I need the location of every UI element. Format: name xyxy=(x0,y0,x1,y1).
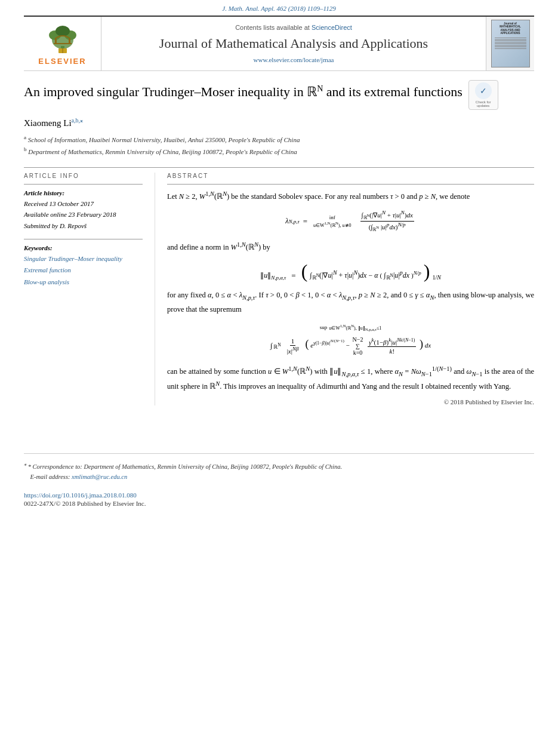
keyword-3: Blow-up analysis xyxy=(24,276,143,288)
and-text: and xyxy=(379,382,390,391)
abstract-para2: for any fixed α, 0 ≤ α < λN,p,τ. If τ > … xyxy=(167,289,534,315)
check-updates-badge[interactable]: ✓ Check for updates xyxy=(468,80,498,110)
history-label: Article history: xyxy=(24,189,143,196)
received-date: Received 13 October 2017 xyxy=(24,198,143,210)
abstract-label: ABSTRACT xyxy=(167,173,534,179)
svg-point-4 xyxy=(56,26,70,36)
info-divider-mid xyxy=(24,239,143,239)
email-link[interactable]: xmlimath@ruc.edu.cn xyxy=(72,474,127,480)
journal-main-title: Journal of Mathematical Analysis and App… xyxy=(159,36,428,51)
keywords-section: Keywords: Singular Trudinger–Moser inequ… xyxy=(24,244,143,288)
abstract-para1: Let N ≥ 2, W1,N(ℝN) be the standard Sobo… xyxy=(167,189,534,202)
svg-rect-7 xyxy=(69,39,70,44)
issn-line: 0022-247X/© 2018 Published by Elsevier I… xyxy=(24,500,534,507)
affiliations: a School of Information, Huaibei Normal … xyxy=(24,133,534,158)
author-name: Xiaomeng Lia,b,⁎ xyxy=(24,117,534,128)
sciencedirect-link[interactable]: ScienceDirect xyxy=(312,24,352,31)
article-history: Article history: Received 13 October 201… xyxy=(24,189,143,232)
affiliation-a: a School of Information, Huaibei Normal … xyxy=(24,133,534,145)
abstract-and-define: and define a norm in W1,N(ℝN) by xyxy=(167,240,534,253)
info-divider-top xyxy=(24,184,143,185)
submitted-by: Submitted by D. Repovš xyxy=(24,220,143,232)
journal-header: ELSEVIER Contents lists available at Sci… xyxy=(24,16,534,71)
available-date: Available online 23 February 2018 xyxy=(24,209,143,220)
doi-area: https://doi.org/10.1016/j.jmaa.2018.01.0… xyxy=(24,491,534,499)
article-body: ARTICLE INFO Article history: Received 1… xyxy=(24,173,534,406)
abstract-column: ABSTRACT Let N ≥ 2, W1,N(ℝN) be the stan… xyxy=(155,173,534,406)
journal-reference: J. Math. Anal. Appl. 462 (2018) 1109–112… xyxy=(0,0,558,16)
journal-url[interactable]: www.elsevier.com/locate/jmaa xyxy=(254,56,334,63)
article-info-label: ARTICLE INFO xyxy=(24,173,143,179)
norm-formula: ‖u‖N,p,α,τ = ( ∫ℝN(|∇u|N + τ|u|N)dx − α … xyxy=(167,262,534,281)
journal-title-area: Contents lists available at ScienceDirec… xyxy=(101,17,486,70)
elsevier-logo: ELSEVIER xyxy=(24,17,101,70)
article-info-column: ARTICLE INFO Article history: Received 1… xyxy=(24,173,155,406)
keyword-1: Singular Trudinger–Moser inequality xyxy=(24,253,143,265)
elsevier-brand: ELSEVIER xyxy=(38,57,86,66)
footer-divider xyxy=(24,453,534,454)
main-content: An improved singular Trudinger–Moser ine… xyxy=(24,71,534,405)
supremum-formula: sup u∈W1,N(ℝN), ‖u‖N,p,α,τ≤1 ∫ ℝN 1 |x|N… xyxy=(167,324,534,356)
check-updates-icon: ✓ xyxy=(475,82,492,99)
paper-title: An improved singular Trudinger–Moser ine… xyxy=(24,83,463,102)
svg-rect-6 xyxy=(55,39,57,44)
abstract-para3: can be attained by some function u ∈ W1,… xyxy=(167,364,534,392)
contents-label: Contents lists available at ScienceDirec… xyxy=(235,24,352,31)
abstract-divider xyxy=(167,184,534,185)
journal-cover-thumbnail: Journal ofMATHEMATICALANALYSIS ANDAPPLIC… xyxy=(486,17,534,70)
footnote-correspondence: ⁎ * Correspondence to: Department of Mat… xyxy=(24,460,534,472)
footnote-area: ⁎ * Correspondence to: Department of Mat… xyxy=(24,460,534,488)
check-updates-label: Check for updates xyxy=(469,100,498,107)
cover-image: Journal ofMATHEMATICALANALYSIS ANDAPPLIC… xyxy=(491,20,530,67)
lambda-formula: λ N,p,τ = inf u∈W1,N(ℝN), u≢0 ∫ℝN(|∇u|N … xyxy=(167,210,534,233)
footnote-email: E-mail address: xmlimath@ruc.edu.cn xyxy=(24,472,534,483)
copyright: © 2018 Published by Elsevier Inc. xyxy=(167,398,534,405)
doi-link[interactable]: https://doi.org/10.1016/j.jmaa.2018.01.0… xyxy=(24,491,137,499)
keywords-label: Keywords: xyxy=(24,244,143,251)
affiliation-b: b Department of Mathematics, Renmin Univ… xyxy=(24,145,534,157)
section-divider xyxy=(24,167,534,168)
keyword-2: Extremal function xyxy=(24,265,143,276)
